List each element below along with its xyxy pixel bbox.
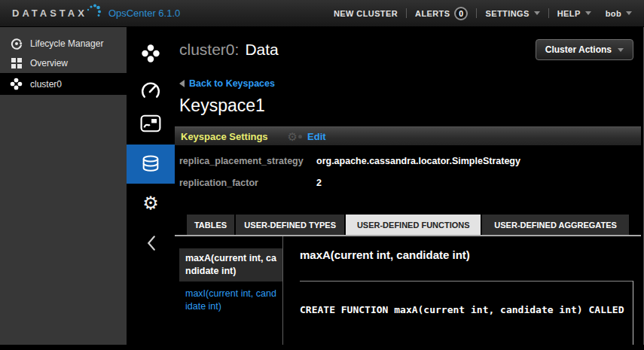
icon-rail: ⚙ <box>127 27 175 345</box>
gear-dot-icon <box>298 135 302 138</box>
settings-gear-icon[interactable]: ⚙ <box>142 194 159 212</box>
datastax-dots-icon <box>86 4 102 17</box>
back-to-keyspaces-link[interactable]: Back to Keyspaces <box>179 78 633 89</box>
keyspace-settings-bar: Keyspace Settings ⚙ Edit <box>175 126 641 145</box>
help-menu[interactable]: HELP <box>557 9 591 18</box>
functions-panel: maxA(current int, candidate int) maxI(cu… <box>179 236 633 345</box>
menu-divider <box>548 8 549 18</box>
settings-label: SETTINGS <box>485 9 529 18</box>
sidebar-item-lifecycle-manager[interactable]: Lifecycle Manager <box>0 34 127 53</box>
property-row: replica_placement_strategy org.apache.ca… <box>179 156 633 178</box>
back-link-label: Back to Keyspaces <box>189 78 275 89</box>
function-list: maxA(current int, candidate int) maxI(cu… <box>179 236 283 345</box>
tab-bar: TABLES USER-DEFINED TYPES USER-DEFINED F… <box>175 215 641 236</box>
top-menu: NEW CLUSTER ALERTS 0 SETTINGS HELP bob <box>334 7 632 20</box>
lifecycle-manager-icon <box>10 38 23 50</box>
alerts-count-badge: 0 <box>454 7 468 20</box>
window-bottom-edge <box>0 345 644 350</box>
main-row: Lifecycle Manager Overview <box>0 27 644 345</box>
top-bar: DATASTAX OpsCenter 6.1.0 NEW CLUSTER ALE… <box>0 0 644 27</box>
collapse-chevron-icon[interactable] <box>146 235 156 251</box>
chevron-down-icon <box>534 11 540 15</box>
left-sidebar: Lifecycle Manager Overview <box>0 27 127 345</box>
data-database-icon[interactable] <box>127 145 175 184</box>
page-title: Data <box>245 41 278 59</box>
menu-divider <box>476 8 477 18</box>
keyspace-name: Keyspace1 <box>179 96 633 116</box>
property-label: replication_factor <box>179 178 316 188</box>
sidebar-item-label: Overview <box>30 58 68 68</box>
datastax-logo[interactable]: DATASTAX OpsCenter 6.1.0 <box>12 8 180 19</box>
function-list-item-maxi[interactable]: maxI(current int, candidate int) <box>179 284 282 317</box>
triangle-left-icon <box>179 80 185 87</box>
product-version: OpsCenter 6.1.0 <box>108 8 180 19</box>
tab-tables[interactable]: TABLES <box>187 215 234 235</box>
tab-user-defined-aggregates[interactable]: USER-DEFINED AGGREGATES <box>482 215 629 235</box>
cluster-actions-button[interactable]: Cluster Actions <box>536 39 633 60</box>
user-menu[interactable]: bob <box>606 9 632 18</box>
keyspace-properties: replica_placement_strategy org.apache.ca… <box>179 156 633 199</box>
property-value: org.apache.cassandra.locator.SimpleStrat… <box>316 156 520 166</box>
keyspace-settings-title: Keyspace Settings <box>181 131 268 142</box>
cluster-name-prefix: cluster0: <box>179 41 239 59</box>
tab-user-defined-types[interactable]: USER-DEFINED TYPES <box>236 215 344 235</box>
function-detail-title: maxA(current int, candidate int) <box>300 248 633 261</box>
gear-icon: ⚙ <box>288 131 298 142</box>
menu-divider <box>406 8 407 18</box>
alerts-label: ALERTS <box>415 9 450 18</box>
user-name: bob <box>606 9 621 18</box>
property-value: 2 <box>316 178 322 188</box>
alerts-button[interactable]: ALERTS 0 <box>415 7 468 20</box>
overview-grid-icon <box>10 57 23 70</box>
property-row: replication_factor 2 <box>179 178 633 199</box>
settings-menu[interactable]: SETTINGS <box>485 9 539 18</box>
sidebar-item-overview[interactable]: Overview <box>0 53 127 73</box>
page-header: cluster0: Data Cluster Actions <box>179 36 633 63</box>
sidebar-item-label: Lifecycle Manager <box>30 38 103 49</box>
dashboard-gauge-icon[interactable] <box>141 81 160 99</box>
function-code-box[interactable]: CREATE FUNCTION maxA(current int, candid… <box>300 281 633 345</box>
activities-icon[interactable] <box>140 114 161 132</box>
property-label: replica_placement_strategy <box>179 156 316 166</box>
sidebar-item-cluster0[interactable]: cluster0 <box>0 73 127 95</box>
main-content: cluster0: Data Cluster Actions Back to K… <box>175 27 644 345</box>
new-cluster-button[interactable]: NEW CLUSTER <box>334 9 398 18</box>
chevron-down-icon <box>626 11 632 15</box>
tab-user-defined-functions[interactable]: USER-DEFINED FUNCTIONS <box>346 215 481 235</box>
edit-keyspace-link[interactable]: Edit <box>307 131 326 142</box>
cluster-actions-label: Cluster Actions <box>545 44 612 55</box>
sidebar-item-label: cluster0 <box>30 79 62 90</box>
function-list-item-maxa[interactable]: maxA(current int, candidate int) <box>179 248 282 282</box>
chevron-down-icon <box>618 48 624 52</box>
cluster-icon[interactable] <box>141 44 160 63</box>
chevron-down-icon <box>585 11 591 15</box>
function-cql-code: CREATE FUNCTION maxA(current int, candid… <box>300 304 633 315</box>
cluster-icon <box>10 78 23 90</box>
function-detail: maxA(current int, candidate int) CREATE … <box>283 236 633 345</box>
help-label: HELP <box>557 9 581 18</box>
opscenter-window: DATASTAX OpsCenter 6.1.0 NEW CLUSTER ALE… <box>0 0 644 350</box>
brand-name: DATASTAX <box>12 8 87 19</box>
